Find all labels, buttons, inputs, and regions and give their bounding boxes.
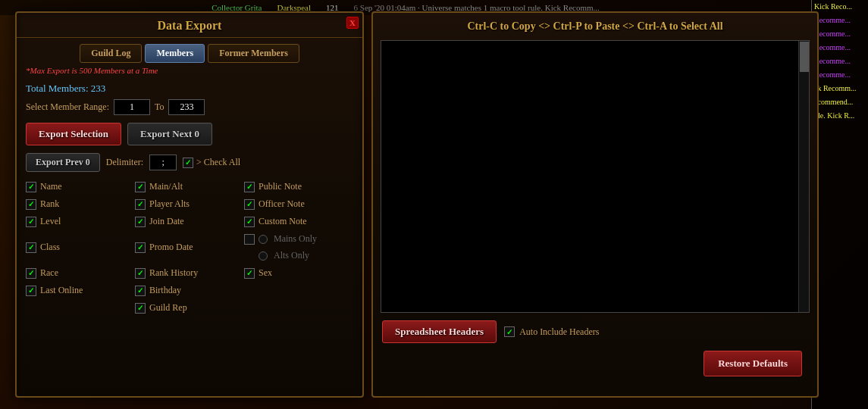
chat-line: Recomme... [812,41,868,55]
chat-line: Recomme... [812,68,868,82]
total-members-row: Total Members: 233 [17,78,362,96]
checkbox-custom-note-box[interactable] [244,217,255,227]
checkbox-name-label: Name [40,181,62,192]
checkbox-officer-note-label: Officer Note [259,198,305,210]
range-to-label: To [155,101,165,113]
export-prev-button[interactable]: Export Prev 0 [26,153,100,172]
checkbox-rank[interactable]: Rank [26,197,135,211]
checkbox-public-note[interactable]: Public Note [244,180,353,194]
checkbox-join-date-box[interactable] [135,217,146,227]
checkbox-join-date-label: Join Date [149,216,184,227]
text-output-area[interactable] [381,41,809,312]
tab-former-members[interactable]: Former Members [208,44,299,63]
checkbox-officer-note[interactable]: Officer Note [244,197,353,211]
checkbox-guild-rep-box[interactable] [135,303,146,314]
checkbox-name-box[interactable] [26,182,36,192]
text-panel-bottom: Spreadsheet Headers Auto Include Headers [373,313,817,351]
range-to-input[interactable] [168,99,205,115]
dialog-title: Data Export [17,13,362,38]
checkbox-player-alts[interactable]: Player Alts [135,197,244,211]
spreadsheet-headers-button[interactable]: Spreadsheet Headers [382,320,497,343]
checkbox-birthday[interactable]: Birthday [135,283,244,298]
checkbox-rank-history[interactable]: Rank History [135,266,244,280]
radio-alts-only[interactable]: Alts Only [244,248,353,263]
data-export-dialog: Data Export X Guild Log Members Former M… [15,11,364,398]
checkbox-guild-rep[interactable]: Guild Rep [135,301,244,315]
tab-bar: Guild Log Members Former Members [17,38,362,63]
tab-members[interactable]: Members [145,44,205,63]
checkbox-birthday-box[interactable] [135,286,146,296]
scrollbar-track[interactable] [798,41,809,312]
chat-line: ule. Kick R... [812,109,868,123]
check-all-button[interactable]: > Check All [183,157,240,168]
checkbox-public-note-label: Public Note [259,181,302,192]
checkbox-race-box[interactable] [26,268,36,279]
radio-alts-only-dot [259,251,268,261]
checkbox-birthday-label: Birthday [149,285,181,296]
text-output-panel: Ctrl-C to Copy <> Ctrl-P to Paste <> Ctr… [371,11,819,398]
radio-mains-only-box[interactable] [244,234,255,245]
checkbox-last-online[interactable]: Last Online [26,283,135,298]
auto-include-headers[interactable]: Auto Include Headers [504,326,599,338]
checkbox-custom-note-label: Custom Note [259,216,307,227]
checkbox-level[interactable]: Level [26,214,135,229]
delimiter-row: Export Prev 0 Delimiter: > Check All [17,150,362,175]
checkbox-level-box[interactable] [26,217,36,227]
export-selection-button[interactable]: Export Selection [26,123,121,145]
checkbox-player-alts-label: Player Alts [149,198,190,210]
checkbox-promo-date-box[interactable] [135,242,146,253]
checkbox-officer-note-box[interactable] [244,199,255,210]
export-next-button[interactable]: Export Next 0 [127,123,212,145]
checkbox-public-note-box[interactable] [244,182,255,192]
checkbox-guild-rep-label: Guild Rep [149,302,187,314]
auto-include-checkbox[interactable] [504,326,515,337]
close-button[interactable]: X [346,17,359,29]
checkbox-sex-box[interactable] [244,268,255,279]
check-all-label: > Check All [196,157,240,168]
chat-panel: Kick Reco... Recomme... Recomme... Recom… [811,0,868,409]
text-output-container[interactable] [381,40,810,313]
range-row: Select Member Range: To [17,96,362,118]
check-all-checkbox[interactable] [183,158,193,168]
checkbox-class-label: Class [40,242,60,253]
checkbox-race[interactable]: Race [26,266,135,280]
checkbox-promo-date-label: Promo Date [149,242,193,253]
checkbox-race-label: Race [40,267,58,279]
scrollbar-thumb[interactable] [800,42,809,72]
checkbox-player-alts-box[interactable] [135,199,146,210]
radio-mains-only[interactable]: Mains Only [244,232,353,246]
checkbox-main-alt[interactable]: Main/Alt [135,180,244,194]
chat-line: Recomme... [812,14,868,27]
checkbox-rank-label: Rank [40,198,59,210]
restore-defaults-button[interactable]: Restore Defaults [703,351,802,376]
range-from-input[interactable] [114,99,150,115]
auto-include-label: Auto Include Headers [519,326,599,338]
copy-hint: Ctrl-C to Copy <> Ctrl-P to Paste <> Ctr… [373,13,817,40]
checkbox-rank-box[interactable] [26,199,36,210]
radio-mains-only-label: Mains Only [274,233,317,245]
checkbox-name[interactable]: Name [26,180,135,194]
checkbox-promo-date[interactable]: Promo Date [135,232,244,263]
checkbox-grid: Name Rank Level Class Race Sex Last Onli… [17,175,362,320]
radio-mains-only-dot [259,235,268,244]
export-buttons-row: Export Selection Export Next 0 [17,118,362,150]
checkbox-rank-history-label: Rank History [149,267,198,279]
range-label: Select Member Range: [26,101,109,113]
tab-guild-log[interactable]: Guild Log [80,44,142,63]
restore-defaults-row: Restore Defaults [373,351,817,384]
delimiter-input[interactable] [149,155,177,170]
chat-line: ck Recomm... [812,82,868,95]
checkbox-class-box[interactable] [26,242,36,253]
checkbox-class[interactable]: Class [26,232,135,263]
checkbox-rank-history-box[interactable] [135,268,146,279]
chat-line: Recomme... [812,27,868,41]
checkbox-sex[interactable]: Sex [244,266,353,280]
checkbox-main-alt-label: Main/Alt [149,181,183,192]
checkbox-main-alt-box[interactable] [135,182,146,192]
warning-text: *Max Export is 500 Members at a Time [17,63,362,78]
chat-line: Kick Reco... [812,0,868,14]
total-members-label: Total Members: [26,83,89,94]
checkbox-join-date[interactable]: Join Date [135,214,244,229]
checkbox-custom-note[interactable]: Custom Note [244,214,353,229]
checkbox-last-online-box[interactable] [26,286,36,296]
